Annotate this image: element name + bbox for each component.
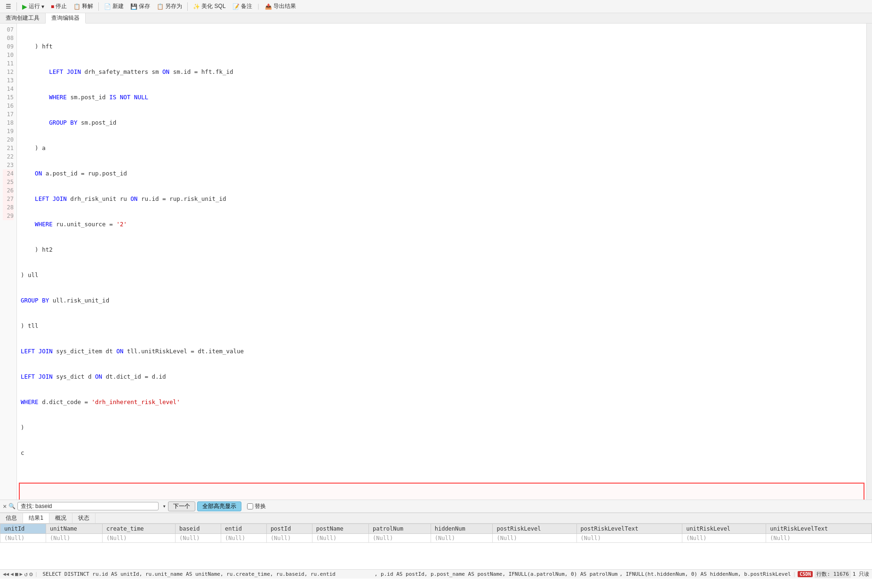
status-sql-text: SELECT DISTINCT ru.id AS unitId, ru.unit… (42, 571, 372, 577)
col-baseid[interactable]: baseid (176, 524, 221, 534)
col-postriskleveltext[interactable]: postRiskLevelText (576, 524, 682, 534)
line-num: 13 (3, 76, 14, 85)
nav-refresh-button[interactable]: ↺ (24, 571, 28, 578)
explain-button[interactable]: 📋 释解 (71, 1, 96, 11)
code-line-07: ) hft (21, 42, 863, 51)
cell-unitid: (Null) (0, 534, 46, 543)
status-sql-right: , IFNULL(ht.hiddenNum, 0) AS hiddenNum, … (619, 571, 791, 577)
line-num: 16 (3, 102, 14, 110)
save-label: 保存 (139, 2, 150, 10)
line-num: 27 (3, 195, 14, 203)
export-label: 导出结果 (273, 2, 296, 10)
save-as-icon: 📋 (157, 3, 164, 10)
table-row: (Null) (Null) (Null) (Null) (Null) (Null… (0, 534, 872, 543)
export-button[interactable]: 📤 导出结果 (262, 1, 299, 11)
bottom-tab-overview[interactable]: 概况 (49, 513, 72, 523)
save-as-button[interactable]: 📋 另存为 (154, 1, 185, 11)
cell-postid: (Null) (266, 534, 312, 543)
bottom-tabs: 信息 结果1 概况 状态 (0, 513, 872, 524)
tabbar: 查询创建工具 查询编辑器 (0, 13, 872, 24)
bottom-tab-status[interactable]: 状态 (72, 513, 96, 523)
code-content[interactable]: ) hft LEFT JOIN drh_safety_matters sm ON… (17, 24, 866, 500)
nav-next-button[interactable]: ▶ (20, 571, 23, 577)
search-input[interactable] (17, 502, 159, 510)
bottom-tab-info[interactable]: 信息 (0, 513, 23, 523)
beautify-icon: ✨ (193, 3, 200, 10)
code-line-11: ) a (21, 144, 863, 152)
search-close-button[interactable]: × (3, 502, 7, 510)
comment-button[interactable]: 📝 备注 (230, 1, 255, 11)
col-postrisklevel[interactable]: postRiskLevel (493, 524, 576, 534)
cell-unitname: (Null) (46, 534, 102, 543)
editor-area: 07 08 09 10 11 12 13 14 15 16 17 18 19 2… (0, 24, 872, 500)
highlight-region: ON c.risk_unit_id = rup.risk_unit_id WHE… (19, 483, 864, 500)
mode-label: 1 只读 (853, 571, 869, 578)
col-patrolnum[interactable]: patrolNum (368, 524, 431, 534)
nav-settings-button[interactable]: ⚙ (29, 571, 33, 578)
cell-postriskleveltext: (Null) (576, 534, 682, 543)
save-icon: 💾 (130, 3, 137, 10)
beautify-button[interactable]: ✨ 美化 SQL (190, 1, 228, 11)
explain-icon: 📋 (73, 3, 80, 10)
col-hiddennum[interactable]: hiddenNum (431, 524, 493, 534)
replace-label: 替换 (255, 502, 266, 510)
code-line-23: c (21, 449, 863, 457)
line-num: 14 (3, 85, 14, 93)
col-unitrisklevel[interactable]: unitRiskLevel (682, 524, 766, 534)
col-postid[interactable]: postId (266, 524, 312, 534)
separator-3 (187, 2, 188, 11)
col-unitname[interactable]: unitName (46, 524, 102, 534)
search-dropdown-arrow[interactable]: ▾ (162, 503, 166, 509)
comment-label: 备注 (241, 2, 252, 10)
new-button[interactable]: 📄 新建 (101, 1, 127, 11)
col-entid[interactable]: entid (221, 524, 266, 534)
tab-query-tool[interactable]: 查询创建工具 (0, 13, 46, 23)
nav-prev-button[interactable]: ◀ (10, 571, 14, 577)
line-num: 29 (3, 212, 14, 220)
code-line-22: ) (21, 423, 863, 432)
code-line-18: ) tll (21, 322, 863, 330)
code-line-16: ) ull (21, 271, 863, 279)
nav-prev-prev-button[interactable]: ◀◀ (3, 571, 9, 577)
replace-checkbox[interactable] (247, 503, 253, 509)
line-numbers: 07 08 09 10 11 12 13 14 15 16 17 18 19 2… (0, 24, 17, 500)
col-unitid[interactable]: unitId (0, 524, 46, 534)
nav-stop-button[interactable]: ■ (15, 571, 18, 577)
col-postname[interactable]: postName (312, 524, 368, 534)
nav-controls: ◀◀ ◀ ■ ▶ ↺ ⚙ (3, 571, 33, 578)
explain-label: 释解 (82, 2, 93, 10)
tab-query-editor[interactable]: 查询编辑器 (46, 13, 86, 24)
status-sep-1: | (35, 571, 38, 577)
code-line-20: LEFT JOIN sys_dict d ON dt.dict_id = d.i… (21, 373, 863, 381)
stop-button[interactable]: ■ 停止 (48, 1, 70, 11)
separator-4: | (257, 3, 260, 10)
run-button[interactable]: ▶ 运行 ▾ (19, 1, 47, 11)
new-icon: 📄 (104, 3, 111, 10)
row-count-badge: 行数: 11676 (815, 570, 850, 578)
col-unitriskleveltext[interactable]: unitRiskLevelText (766, 524, 872, 534)
next-button[interactable]: 下一个 (168, 501, 195, 511)
toolbar: ☰ ▶ 运行 ▾ ■ 停止 📋 释解 📄 新建 💾 保存 📋 另存为 ✨ 美化 … (0, 0, 872, 13)
line-num: 24 (3, 169, 14, 178)
code-line-19: LEFT JOIN sys_dict_item dt ON tll.unitRi… (21, 347, 863, 356)
save-button[interactable]: 💾 保存 (128, 1, 153, 11)
cell-hiddennum: (Null) (431, 534, 493, 543)
code-line-15: ) ht2 (21, 246, 863, 254)
right-scrollbar[interactable] (866, 24, 872, 500)
code-line-10: GROUP BY sm.post_id (21, 119, 863, 127)
cell-unitriskleveltext: (Null) (766, 534, 872, 543)
menu-button[interactable]: ☰ (3, 2, 14, 11)
menu-icon: ☰ (6, 3, 11, 10)
status-sql-middle: , p.id AS postId, p.post_name AS postNam… (375, 571, 618, 577)
cell-create-time: (Null) (103, 534, 176, 543)
line-num: 09 (3, 42, 14, 51)
export-icon: 📤 (265, 3, 272, 10)
save-as-label: 另存为 (165, 2, 182, 10)
beautify-label: 美化 SQL (201, 2, 225, 10)
result-table-wrapper[interactable]: unitId unitName create_time baseid entid… (0, 524, 872, 569)
col-create-time[interactable]: create_time (103, 524, 176, 534)
bottom-tab-results[interactable]: 结果1 (23, 513, 49, 523)
line-num: 19 (3, 127, 14, 135)
highlight-all-button[interactable]: 全部高亮显示 (197, 501, 241, 511)
line-num: 21 (3, 144, 14, 152)
